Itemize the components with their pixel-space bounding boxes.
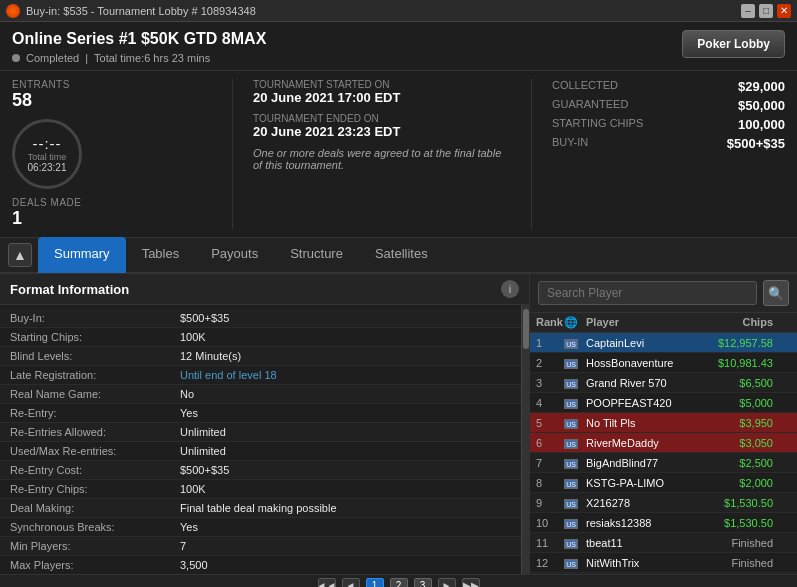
player-row[interactable]: 10 US resiaks12388 $1,530.50 bbox=[530, 513, 797, 533]
player-row[interactable]: 12 US NitWithTrix Finished bbox=[530, 553, 797, 573]
player-row[interactable]: 1 US CaptainLevi $12,957.58 bbox=[530, 333, 797, 353]
flag-icon: US bbox=[564, 399, 578, 409]
status-text: Completed bbox=[26, 52, 79, 64]
player-row[interactable]: 8 US KSTG-PA-LIMO $2,000 bbox=[530, 473, 797, 493]
format-row: Starting Chips:100K bbox=[0, 328, 521, 347]
format-key: Re-Entry: bbox=[10, 407, 180, 419]
flag-cell: US bbox=[564, 337, 586, 349]
format-key: Synchronous Breaks: bbox=[10, 521, 180, 533]
page-3-button[interactable]: 3 bbox=[414, 578, 432, 588]
player-name: NitWithTrix bbox=[586, 557, 697, 569]
chips-cell: $1,530.50 bbox=[697, 517, 777, 529]
flag-cell: US bbox=[564, 557, 586, 569]
chips-cell: $2,000 bbox=[697, 477, 777, 489]
format-row: Min Players:7 bbox=[0, 537, 521, 556]
player-row[interactable]: 9 US X216278 $1,530.50 bbox=[530, 493, 797, 513]
player-row[interactable]: 3 US Grand River 570 $6,500 bbox=[530, 373, 797, 393]
chips-cell: $5,000 bbox=[697, 397, 777, 409]
tab-payouts[interactable]: Payouts bbox=[195, 237, 274, 273]
title-bar-left: Buy-in: $535 - Tournament Lobby # 108934… bbox=[6, 4, 256, 18]
flag-cell: US bbox=[564, 357, 586, 369]
timer-value: 06:23:21 bbox=[28, 162, 67, 173]
player-row[interactable]: 6 US RiverMeDaddy $3,050 bbox=[530, 433, 797, 453]
format-key: Re-Entries Allowed: bbox=[10, 426, 180, 438]
first-page-button[interactable]: ◄◄ bbox=[318, 578, 336, 588]
format-table: Buy-In:$500+$35Starting Chips:100KBlind … bbox=[0, 305, 521, 574]
maximize-button[interactable]: □ bbox=[759, 4, 773, 18]
tournament-title: Online Series #1 $50K GTD 8MAX bbox=[12, 30, 266, 48]
format-value: 12 Minute(s) bbox=[180, 350, 511, 362]
tab-tables[interactable]: Tables bbox=[126, 237, 196, 273]
right-panel: 🔍 Rank 🌐 Player Chips 1 US CaptainLevi $… bbox=[530, 274, 797, 574]
flag-icon: US bbox=[564, 379, 578, 389]
flag-icon: US bbox=[564, 419, 578, 429]
info-icon[interactable]: i bbox=[501, 280, 519, 298]
entrants-label: ENTRANTS bbox=[12, 79, 232, 90]
player-name: HossBonaventure bbox=[586, 357, 697, 369]
start-section: TOURNAMENT STARTED ON 20 June 2021 17:00… bbox=[253, 79, 511, 105]
flag-header: 🌐 bbox=[564, 316, 586, 329]
entrants-value: 58 bbox=[12, 90, 232, 111]
format-value: $500+$35 bbox=[180, 464, 511, 476]
flag-icon: US bbox=[564, 459, 578, 469]
prev-page-button[interactable]: ◄ bbox=[342, 578, 360, 588]
chips-cell: $6,500 bbox=[697, 377, 777, 389]
format-row: Buy-In:$500+$35 bbox=[0, 309, 521, 328]
last-page-button[interactable]: ▶▶ bbox=[462, 578, 480, 588]
rank-cell: 4 bbox=[536, 397, 564, 409]
separator: | bbox=[85, 52, 88, 64]
format-info-title: Format Information bbox=[10, 282, 129, 297]
player-name: RiverMeDaddy bbox=[586, 437, 697, 449]
tab-satellites[interactable]: Satellites bbox=[359, 237, 444, 273]
stats-row: ENTRANTS 58 --:-- Total time 06:23:21 DE… bbox=[0, 71, 797, 238]
collapse-button[interactable]: ▲ bbox=[8, 243, 32, 267]
player-name: Grand River 570 bbox=[586, 377, 697, 389]
flag-cell: US bbox=[564, 457, 586, 469]
tab-summary[interactable]: Summary bbox=[38, 237, 126, 273]
header: Online Series #1 $50K GTD 8MAX Completed… bbox=[0, 22, 797, 71]
format-row: Max Players:3,500 bbox=[0, 556, 521, 574]
chips-cell: $3,050 bbox=[697, 437, 777, 449]
format-key: Buy-In: bbox=[10, 312, 180, 324]
player-row[interactable]: 7 US BigAndBlind77 $2,500 bbox=[530, 453, 797, 473]
minimize-button[interactable]: – bbox=[741, 4, 755, 18]
player-name: BigAndBlind77 bbox=[586, 457, 697, 469]
player-row[interactable]: 5 US No Tilt Pls $3,950 bbox=[530, 413, 797, 433]
scroll-indicator[interactable] bbox=[521, 305, 529, 574]
tab-structure[interactable]: Structure bbox=[274, 237, 359, 273]
format-value: Final table deal making possible bbox=[180, 502, 511, 514]
flag-icon: US bbox=[564, 479, 578, 489]
timer-display: --:-- bbox=[32, 135, 61, 152]
format-key: Min Players: bbox=[10, 540, 180, 552]
scroll-thumb bbox=[523, 309, 529, 349]
player-row[interactable]: 2 US HossBonaventure $10,981.43 bbox=[530, 353, 797, 373]
chips-cell: Finished bbox=[697, 557, 777, 569]
flag-cell: US bbox=[564, 377, 586, 389]
flag-icon: US bbox=[564, 519, 578, 529]
deal-note: One or more deals were agreed to at the … bbox=[253, 147, 511, 171]
flag-cell: US bbox=[564, 497, 586, 509]
format-value: Yes bbox=[180, 521, 511, 533]
collected-value: $29,000 bbox=[738, 79, 785, 94]
player-row[interactable]: 11 US tbeat11 Finished bbox=[530, 533, 797, 553]
search-button[interactable]: 🔍 bbox=[763, 280, 789, 306]
player-name: CaptainLevi bbox=[586, 337, 697, 349]
close-button[interactable]: ✕ bbox=[777, 4, 791, 18]
chips-header: Chips bbox=[697, 316, 777, 329]
player-row[interactable]: 4 US POOPFEAST420 $5,000 bbox=[530, 393, 797, 413]
player-name: resiaks12388 bbox=[586, 517, 697, 529]
format-value: No bbox=[180, 388, 511, 400]
collected-label: COLLECTED bbox=[552, 79, 618, 94]
next-page-button[interactable]: ► bbox=[438, 578, 456, 588]
total-time: Total time:6 hrs 23 mins bbox=[94, 52, 210, 64]
tabs-bar: ▲ Summary Tables Payouts Structure Satel… bbox=[0, 238, 797, 274]
page-1-button[interactable]: 1 bbox=[366, 578, 384, 588]
player-row[interactable]: 13 US Evelyn101 Finished bbox=[530, 573, 797, 574]
player-table: 1 US CaptainLevi $12,957.58 2 US HossBon… bbox=[530, 333, 797, 574]
poker-lobby-button[interactable]: Poker Lobby bbox=[682, 30, 785, 58]
page-2-button[interactable]: 2 bbox=[390, 578, 408, 588]
buyin-row: BUY-IN $500+$35 bbox=[552, 136, 785, 151]
search-input[interactable] bbox=[538, 281, 757, 305]
rank-cell: 3 bbox=[536, 377, 564, 389]
title-bar-controls: – □ ✕ bbox=[741, 4, 791, 18]
